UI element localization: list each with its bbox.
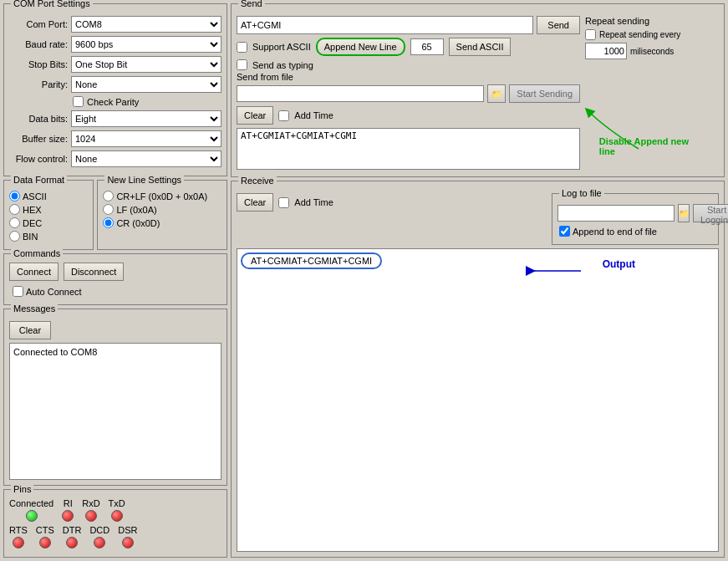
- commands-title: Commands: [11, 248, 63, 258]
- hex-radio[interactable]: [9, 204, 20, 215]
- send-button[interactable]: Send: [537, 16, 580, 34]
- cr-label: CR (0x0D): [116, 218, 160, 228]
- data-format-title: Data Format: [11, 175, 67, 185]
- append-new-line-button[interactable]: Append New Line: [316, 38, 405, 56]
- start-logging-button[interactable]: Start Logging: [693, 204, 728, 222]
- messages-text: Connected to COM8: [13, 347, 97, 357]
- receive-output-text: AT+CGMIAT+CGMIAT+CGMI: [251, 256, 372, 266]
- new-line-settings-group: New Line Settings CR+LF (0x0D + 0x0A) LF…: [97, 180, 227, 250]
- send-as-typing-label: Send as typing: [252, 60, 313, 70]
- send-clear-button[interactable]: Clear: [237, 106, 273, 125]
- commands-group: Commands Connect Disconnect Auto Connect: [3, 253, 227, 305]
- repeat-interval-input[interactable]: [585, 43, 627, 59]
- parity-select[interactable]: None: [71, 76, 221, 93]
- log-folder-icon: 📁: [679, 209, 689, 218]
- dec-label: DEC: [23, 218, 42, 228]
- connected-pin-led: [26, 510, 38, 522]
- receive-title: Receive: [238, 176, 277, 186]
- auto-connect-label: Auto Connect: [26, 287, 82, 297]
- send-group: Send Send Support ASCII Append New Line …: [231, 3, 725, 177]
- send-ascii-button[interactable]: Send ASCII: [449, 38, 512, 56]
- dcd-pin-led: [94, 537, 105, 548]
- data-bits-label: Data bits:: [9, 114, 68, 124]
- browse-log-button[interactable]: 📁: [678, 204, 690, 222]
- append-to-end-label: Append to end of file: [573, 227, 657, 237]
- lf-label: LF (0x0A): [116, 205, 156, 215]
- send-from-file-label: Send from file: [237, 72, 580, 82]
- start-sending-button[interactable]: Start Sending: [509, 84, 580, 103]
- browse-file-button[interactable]: 📁: [487, 84, 506, 103]
- com-port-settings-title: COM Port Settings: [11, 0, 93, 8]
- connect-button[interactable]: Connect: [9, 263, 59, 281]
- rts-pin-led: [13, 537, 24, 548]
- flow-control-select[interactable]: None: [71, 150, 221, 167]
- log-file-input[interactable]: [557, 205, 675, 222]
- folder-icon: 📁: [491, 89, 501, 99]
- dtr-pin-label: DTR: [63, 525, 82, 535]
- bin-radio[interactable]: [9, 231, 20, 242]
- repeat-sending-sidebar: Repeat sending Repeat sending every mili…: [585, 16, 719, 171]
- baud-rate-select[interactable]: 9600 bps: [71, 36, 221, 53]
- send-as-typing-checkbox[interactable]: [237, 59, 247, 70]
- dtr-pin: DTR: [63, 525, 82, 548]
- receive-clear-button[interactable]: Clear: [237, 193, 273, 212]
- send-from-file-input[interactable]: [237, 85, 484, 102]
- dsr-pin: DSR: [118, 525, 137, 548]
- rxd-pin: RxD: [82, 498, 99, 522]
- dsr-pin-label: DSR: [118, 525, 137, 535]
- ascii-value-input[interactable]: [410, 38, 444, 55]
- miliseconds-label: miliseconds: [630, 47, 674, 56]
- messages-clear-button[interactable]: Clear: [9, 321, 51, 339]
- data-bits-select[interactable]: Eight: [71, 110, 221, 127]
- append-to-end-checkbox[interactable]: [559, 226, 570, 237]
- ri-pin: RI: [62, 498, 74, 522]
- stop-bits-select[interactable]: One Stop Bit: [71, 56, 221, 73]
- com-port-settings-group: COM Port Settings Com Port: COM8 Baud ra…: [3, 3, 227, 176]
- repeat-sending-label: Repeat sending every: [599, 30, 680, 39]
- messages-content: Connected to COM8: [9, 343, 221, 480]
- send-title: Send: [238, 0, 265, 8]
- parity-label: Parity:: [9, 79, 68, 89]
- crlf-radio[interactable]: [103, 191, 114, 201]
- hex-label: HEX: [23, 205, 42, 215]
- add-time-receive-checkbox[interactable]: [278, 197, 289, 208]
- repeat-sending-checkbox[interactable]: [585, 29, 596, 40]
- add-time-send-checkbox[interactable]: [278, 110, 289, 121]
- ascii-label: ASCII: [23, 191, 47, 201]
- rxd-pin-label: RxD: [82, 498, 99, 508]
- cts-pin: CTS: [36, 525, 54, 548]
- cr-radio[interactable]: [103, 217, 114, 228]
- repeat-sending-title: Repeat sending: [585, 16, 719, 26]
- lf-radio[interactable]: [103, 204, 114, 215]
- command-input[interactable]: [237, 16, 533, 34]
- check-parity-label: Check Parity: [87, 97, 139, 107]
- log-to-file-group: Log to file 📁 Start Logging Append to en…: [552, 193, 719, 245]
- bin-label: BIN: [23, 232, 38, 242]
- cts-pin-led: [39, 537, 51, 548]
- add-time-receive-label: Add Time: [294, 197, 333, 207]
- check-parity-checkbox[interactable]: [73, 96, 84, 107]
- receive-text-area: AT+CGMIAT+CGMIAT+CGMI: [237, 248, 719, 552]
- dtr-pin-led: [66, 537, 78, 548]
- log-to-file-title: Log to file: [559, 188, 604, 198]
- rts-pin: RTS: [9, 525, 28, 548]
- cts-pin-label: CTS: [36, 525, 54, 535]
- buffer-size-select[interactable]: 1024: [71, 130, 221, 147]
- disconnect-button[interactable]: Disconnect: [64, 263, 124, 281]
- send-text-area[interactable]: AT+CGMIAT+CGMIAT+CGMI: [237, 128, 580, 170]
- new-line-settings-title: New Line Settings: [104, 175, 184, 185]
- messages-title: Messages: [11, 303, 58, 314]
- auto-connect-checkbox[interactable]: [13, 286, 23, 297]
- com-port-label: Com Port:: [9, 19, 68, 29]
- buffer-size-label: Buffer size:: [9, 134, 68, 144]
- txd-pin-led: [111, 510, 123, 522]
- com-port-select[interactable]: COM8: [71, 16, 221, 33]
- rts-pin-label: RTS: [9, 525, 28, 535]
- support-ascii-checkbox[interactable]: [237, 42, 247, 53]
- dcd-pin: DCD: [89, 525, 109, 548]
- ascii-radio[interactable]: [9, 191, 20, 201]
- dec-radio[interactable]: [9, 217, 20, 228]
- dsr-pin-led: [122, 537, 134, 548]
- dcd-pin-label: DCD: [89, 525, 109, 535]
- data-format-group: Data Format ASCII HEX DEC BIN: [3, 180, 94, 250]
